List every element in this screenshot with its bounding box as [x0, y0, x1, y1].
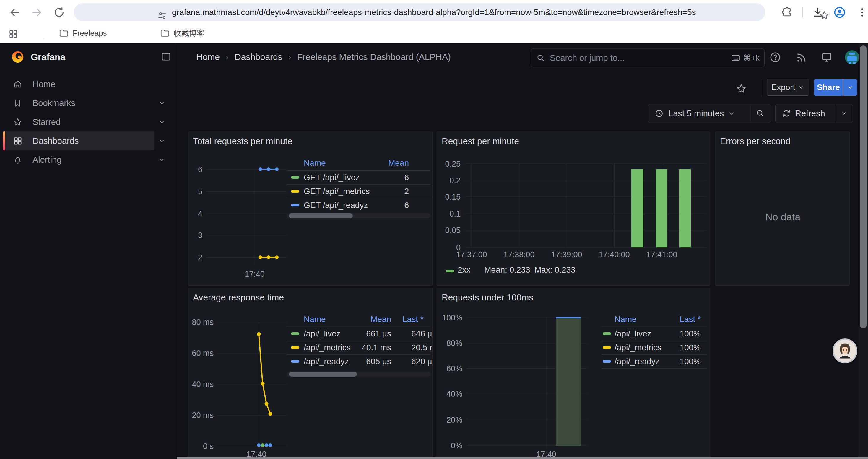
series-color-pill[interactable]	[291, 346, 299, 349]
back-icon[interactable]	[9, 6, 21, 18]
breadcrumb-dashboards[interactable]: Dashboards	[235, 52, 282, 62]
breadcrumb-home[interactable]: Home	[196, 52, 220, 62]
refresh-interval-button[interactable]	[835, 110, 852, 117]
sidebar-item-bookmarks[interactable]: Bookmarks	[0, 94, 177, 112]
assistant-avatar[interactable]	[833, 338, 857, 363]
sidebar-item-dashboards[interactable]: Dashboards	[0, 131, 177, 150]
news-rss-icon[interactable]	[795, 52, 807, 63]
bar-2xx[interactable]	[631, 169, 643, 247]
bar-under-100ms[interactable]	[556, 318, 581, 446]
sidebar-item-home[interactable]: Home	[0, 75, 177, 94]
legend-series-last: 100%	[659, 327, 701, 340]
sidebar-item-alerting[interactable]: Alerting	[0, 150, 177, 169]
url-bar[interactable]: grafana.mathmast.com/d/deytv4rwavabkb/fr…	[74, 3, 765, 21]
help-icon[interactable]	[769, 52, 781, 63]
monitor-icon[interactable]	[821, 52, 833, 63]
chevron-down-icon[interactable]	[158, 137, 165, 144]
refresh-picker[interactable]: Refresh	[775, 104, 853, 123]
y-tick: 20%	[437, 416, 462, 424]
apps-grid-icon[interactable]	[8, 29, 18, 39]
avatar-girl-illustration	[834, 340, 856, 362]
bookmark-label: 收藏博客	[174, 28, 205, 38]
chevron-down-icon[interactable]	[158, 156, 165, 163]
home-icon	[13, 79, 23, 89]
series-color-pill[interactable]	[291, 190, 299, 193]
legend-series-name[interactable]: /api/_readyz	[615, 355, 660, 368]
panel-request-per-minute[interactable]: Request per minute 0.25 0.2 0.15 0.1 0.0…	[437, 132, 710, 286]
chevron-down-icon[interactable]	[158, 100, 165, 107]
legend-scrollbar[interactable]	[286, 371, 431, 376]
time-range-picker[interactable]: Last 5 minutes	[648, 104, 771, 123]
collapse-sidebar-icon[interactable]	[161, 52, 172, 62]
legend-header-name[interactable]: Name	[304, 315, 326, 324]
panel-average-response-time[interactable]: Average response time 80 ms 60 ms 40 ms …	[188, 288, 433, 459]
legend-scrollbar[interactable]	[286, 213, 431, 218]
legend-series-name[interactable]: 2xx	[458, 264, 471, 275]
sidebar-item-starred[interactable]: Starred	[0, 112, 177, 131]
y-tick: 0.25	[437, 160, 461, 168]
legend-header-mean[interactable]: Mean	[350, 315, 391, 324]
legend-series-name[interactable]: /api/_metrics	[615, 340, 661, 355]
export-button[interactable]: Export	[767, 79, 809, 96]
series-color-pill[interactable]	[291, 204, 299, 206]
series-color-pill[interactable]	[291, 176, 299, 179]
legend-series-name[interactable]: GET /api/_readyz	[304, 198, 368, 212]
y-tick: 0.15	[437, 193, 461, 201]
legend-header-last[interactable]: Last *	[402, 315, 433, 324]
extensions-icon[interactable]	[781, 6, 793, 18]
bookmark-folder-freeleaps[interactable]: Freeleaps	[59, 28, 107, 38]
series-color-pill[interactable]	[446, 270, 454, 272]
clock-icon	[655, 109, 663, 118]
site-info-icon[interactable]	[157, 11, 167, 21]
panel-requests-under-100ms[interactable]: Requests under 100ms 100% 80% 60% 40% 20…	[437, 288, 710, 459]
horizontal-scrollbar[interactable]	[177, 457, 868, 459]
x-tick: 17:41:00	[640, 250, 684, 259]
forward-icon[interactable]	[31, 6, 43, 18]
share-button[interactable]: Share	[814, 79, 843, 96]
legend-series-name[interactable]: GET /api/_livez	[304, 170, 360, 184]
legend-series-name[interactable]: /api/_readyz	[304, 355, 349, 368]
bookmark-label: Freeleaps	[73, 29, 107, 38]
legend-series-name[interactable]: /api/_livez	[615, 327, 651, 340]
legend-header-mean[interactable]: Mean	[373, 159, 409, 167]
reload-icon[interactable]	[53, 6, 65, 18]
panel-total-requests-per-minute[interactable]: Total requests per minute 6 5 4 3 2 17:4…	[188, 132, 433, 286]
downloads-icon[interactable]	[812, 6, 824, 18]
legend-series-mean: 605 µs	[350, 355, 391, 368]
legend-header-last[interactable]: Last *	[659, 315, 701, 324]
y-tick: 0.05	[437, 226, 461, 235]
share-menu-button[interactable]	[843, 79, 857, 96]
browser-menu-icon[interactable]	[856, 6, 868, 18]
panel-errors-per-second[interactable]: Errors per second No data	[715, 132, 850, 286]
series-color-pill[interactable]	[603, 360, 611, 363]
chevron-down-icon[interactable]	[158, 119, 165, 126]
url-text[interactable]: grafana.mathmast.com/d/deytv4rwavabkb/fr…	[172, 8, 807, 17]
series-color-pill[interactable]	[603, 346, 611, 349]
page-scrollbar-thumb[interactable]	[860, 45, 867, 328]
series-color-pill[interactable]	[291, 332, 299, 335]
refresh-label: Refresh	[795, 109, 825, 119]
star-icon	[13, 117, 23, 127]
search-input[interactable]: Search or jump to... ⌘+k	[531, 48, 765, 67]
brand-title: Grafana	[31, 52, 65, 63]
bookmark-folder-blogs[interactable]: 收藏博客	[159, 28, 205, 38]
legend-header-name[interactable]: Name	[615, 315, 637, 324]
favorite-star-icon[interactable]	[736, 83, 747, 94]
legend-series-name[interactable]: /api/_livez	[304, 327, 341, 340]
no-data-message: No data	[715, 211, 850, 223]
legend-header-name[interactable]: Name	[304, 159, 326, 167]
grafana-logo[interactable]	[11, 50, 25, 65]
bar-2xx[interactable]	[679, 169, 691, 247]
bar-2xx[interactable]	[656, 169, 667, 247]
search-icon	[536, 54, 545, 62]
breadcrumb: Home › Dashboards › Freeleaps Metrics Da…	[196, 52, 451, 62]
chevron-down-icon	[798, 84, 804, 91]
zoom-out-button[interactable]	[750, 109, 771, 118]
legend-series-mean: 6	[373, 170, 409, 184]
series-color-pill[interactable]	[291, 360, 299, 363]
browser-profile-icon[interactable]	[833, 6, 846, 19]
legend-series-name[interactable]: /api/_metrics	[304, 340, 351, 355]
user-avatar[interactable]	[845, 50, 859, 64]
legend-series-name[interactable]: GET /api/_metrics	[304, 184, 370, 198]
series-color-pill[interactable]	[603, 332, 611, 335]
